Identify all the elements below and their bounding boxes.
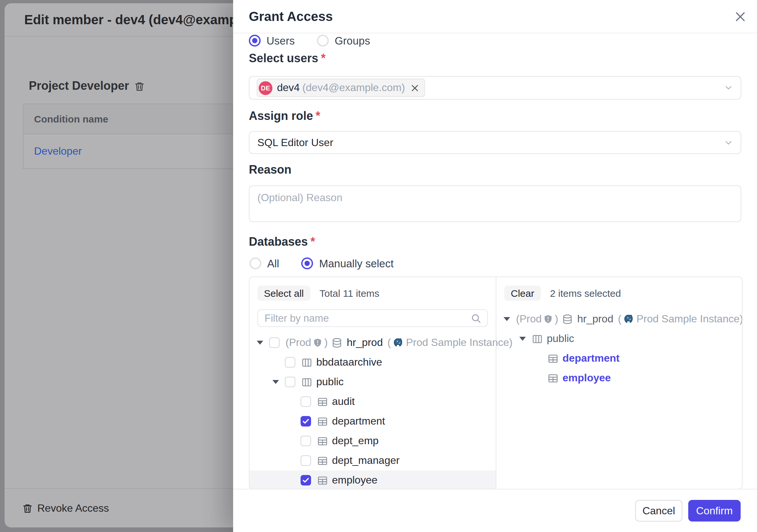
reason-field-wrap xyxy=(249,185,741,222)
transfer-source-panel: Select all Total 11 items (Prod)hr_prod(… xyxy=(250,277,496,489)
role-section-title: Project Developer xyxy=(29,79,145,93)
filter-input-wrap xyxy=(257,309,488,327)
search-icon xyxy=(471,313,481,323)
radio-icon[interactable] xyxy=(249,35,260,47)
radio-label: Users xyxy=(266,34,295,47)
instance-label: (Prod Sample Instance) xyxy=(618,313,742,325)
tree-row-department[interactable]: department xyxy=(250,411,496,431)
row-checkbox[interactable] xyxy=(301,396,311,407)
assign-role-text: Assign role xyxy=(249,110,313,122)
user-tag: DE dev4 (dev4@example.com) xyxy=(257,78,425,97)
node-label: employee xyxy=(562,372,611,384)
node-label: dept_manager xyxy=(332,455,400,466)
row-checkbox[interactable] xyxy=(301,416,311,426)
schema-icon xyxy=(532,333,543,344)
role-select-value: SQL Editor User xyxy=(257,137,333,148)
radio-groups[interactable]: Groups xyxy=(317,34,370,47)
principal-radio-group: UsersGroups xyxy=(249,33,392,48)
radio-manually-select[interactable]: Manually select xyxy=(302,257,394,269)
filter-input[interactable] xyxy=(258,312,471,324)
tree-row-employee[interactable]: employee xyxy=(250,470,496,489)
radio-users[interactable]: Users xyxy=(249,34,295,47)
source-tree: (Prod)hr_prod(Prod Sample Instance)bbdat… xyxy=(250,333,496,489)
modal-header: Grant Access xyxy=(233,0,757,33)
radio-label: Groups xyxy=(335,34,370,47)
condition-link[interactable]: Developer xyxy=(34,145,82,157)
instance-label: (Prod Sample Instance) xyxy=(387,337,512,349)
chevron-down-icon xyxy=(724,138,733,147)
drawer-title: Edit member - dev4 (dev4@example.com) xyxy=(24,3,236,36)
row-checkbox[interactable] xyxy=(269,337,280,348)
reason-label: Reason xyxy=(249,163,291,177)
radio-all[interactable]: All xyxy=(250,257,279,269)
close-icon[interactable] xyxy=(732,9,748,24)
tree-row-public[interactable]: public xyxy=(497,329,742,349)
tree-row-audit[interactable]: audit xyxy=(250,392,496,411)
tree-row-dept-manager[interactable]: dept_manager xyxy=(250,451,496,470)
required-mark: * xyxy=(321,52,325,65)
database-icon xyxy=(562,314,573,325)
confirm-button[interactable]: Confirm xyxy=(688,500,741,521)
node-label: public xyxy=(316,376,344,388)
tree-row-public[interactable]: public xyxy=(250,372,496,392)
source-panel-header: Select all Total 11 items xyxy=(257,286,488,301)
caret-down-icon[interactable] xyxy=(272,380,279,384)
postgres-icon xyxy=(623,314,635,325)
screen: Edit member - dev4 (dev4@example.com) Pr… xyxy=(0,0,757,532)
tree-row-dept-emp[interactable]: dept_emp xyxy=(250,431,496,451)
caret-down-icon[interactable] xyxy=(503,317,510,321)
table-icon xyxy=(317,416,328,427)
shield-icon xyxy=(313,338,322,347)
tree-row-bbdataarchive[interactable]: bbdataarchive xyxy=(250,353,496,372)
environment-badge: (Prod) xyxy=(516,313,558,325)
node-label: hr_prod xyxy=(577,313,613,325)
node-label: department xyxy=(332,415,385,427)
role-select[interactable]: SQL Editor User xyxy=(249,131,741,154)
row-checkbox[interactable] xyxy=(301,475,311,485)
selected-panel-header: Clear 2 items selected xyxy=(504,286,734,301)
row-checkbox[interactable] xyxy=(301,436,311,446)
user-tag-email: (dev4@example.com) xyxy=(302,82,405,94)
avatar: DE xyxy=(259,81,272,95)
row-checkbox[interactable] xyxy=(301,455,311,466)
caret-slot xyxy=(270,380,285,384)
caret-down-icon[interactable] xyxy=(257,341,263,345)
node-label: audit xyxy=(332,396,355,408)
databases-text: Databases xyxy=(249,235,308,248)
radio-icon[interactable] xyxy=(317,35,329,47)
trash-icon[interactable] xyxy=(134,81,145,91)
tree-row-employee[interactable]: employee xyxy=(497,368,742,388)
caret-down-icon[interactable] xyxy=(519,337,526,341)
tree-row-department[interactable]: department xyxy=(497,349,742,368)
table-icon xyxy=(317,396,328,407)
select-users-input[interactable]: DE dev4 (dev4@example.com) xyxy=(249,76,741,100)
radio-icon[interactable] xyxy=(250,258,261,269)
role-section-label: Project Developer xyxy=(29,79,129,93)
tree-row-hr-prod[interactable]: (Prod)hr_prod(Prod Sample Instance) xyxy=(250,333,496,353)
row-checkbox[interactable] xyxy=(285,377,295,387)
table-icon xyxy=(317,475,328,486)
table-icon xyxy=(547,353,559,364)
required-mark: * xyxy=(310,235,315,248)
required-mark: * xyxy=(316,110,320,122)
remove-user-icon[interactable] xyxy=(411,83,419,92)
select-all-button[interactable]: Select all xyxy=(257,286,310,301)
tree-row-hr-prod[interactable]: (Prod)hr_prod(Prod Sample Instance) xyxy=(497,309,742,329)
total-items-label: Total 11 items xyxy=(319,288,379,299)
cancel-button[interactable]: Cancel xyxy=(635,500,682,521)
revoke-access-button[interactable]: Revoke Access xyxy=(37,503,109,514)
row-checkbox[interactable] xyxy=(285,357,295,367)
chevron-down-icon xyxy=(724,83,733,93)
node-label: bbdataarchive xyxy=(316,357,382,368)
caret-slot xyxy=(517,337,532,341)
grant-access-modal: Grant Access UsersGroups Select users* D… xyxy=(233,0,757,532)
clear-button[interactable]: Clear xyxy=(504,286,541,301)
database-icon xyxy=(332,337,343,348)
schema-icon xyxy=(301,357,312,368)
table-icon xyxy=(317,455,328,466)
reason-textarea[interactable] xyxy=(249,185,741,222)
database-transfer: Select all Total 11 items (Prod)hr_prod(… xyxy=(249,276,742,489)
schema-icon xyxy=(301,376,312,388)
radio-icon[interactable] xyxy=(302,258,313,269)
transfer-selected-panel: Clear 2 items selected (Prod)hr_prod(Pro… xyxy=(496,277,742,489)
